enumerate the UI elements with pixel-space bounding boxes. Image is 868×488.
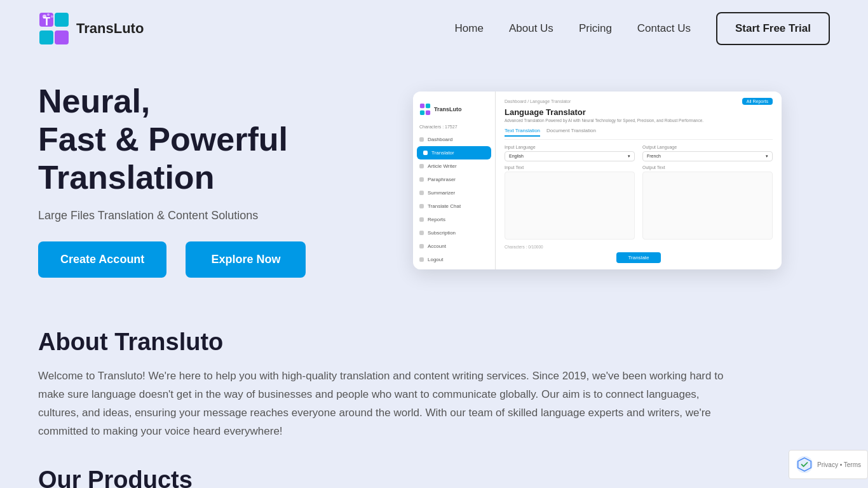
explore-now-button[interactable]: Explore Now: [186, 241, 306, 278]
nav-links: Home About Us Pricing Contact Us Start F…: [455, 12, 830, 45]
svg-rect-2: [39, 30, 53, 44]
hero-buttons: Create Account Explore Now: [38, 241, 388, 278]
app-page-title: Language Translator: [505, 107, 773, 117]
app-sidebar-logout[interactable]: Logout: [413, 253, 495, 266]
app-input-textarea[interactable]: [505, 172, 635, 240]
app-reports-button[interactable]: All Reports: [742, 98, 773, 105]
app-text-row: Input Text Output Text: [505, 165, 773, 240]
svg-rect-1: [55, 13, 69, 27]
app-translate-button[interactable]: Translate: [616, 252, 660, 263]
app-sidebar-translator[interactable]: Translator: [417, 146, 491, 159]
app-screenshot: TransLuto Characters : 17527 Dashboard T…: [413, 92, 782, 269]
recaptcha-text: Privacy • Terms: [817, 461, 861, 468]
app-output-textarea: [642, 172, 773, 240]
svg-rect-9: [426, 104, 430, 108]
app-sidebar-account[interactable]: Account: [413, 240, 495, 253]
start-free-trial-button[interactable]: Start Free Trial: [716, 12, 830, 45]
logo-icon: T: [38, 11, 70, 46]
app-tabs: Text Translation Document Translation: [505, 128, 773, 140]
app-logo-icon: [419, 103, 431, 116]
app-sidebar-paraphrase[interactable]: Paraphraser: [413, 173, 495, 186]
app-sidebar-chat[interactable]: Translate Chat: [413, 200, 495, 213]
app-output-text-col: Output Text: [642, 165, 773, 240]
svg-rect-8: [420, 104, 424, 108]
about-section: About Transluto Welcome to Transluto! We…: [0, 316, 868, 460]
app-sidebar-subscription[interactable]: Subscription: [413, 226, 495, 240]
app-sidebar: TransLuto Characters : 17527 Dashboard T…: [413, 92, 496, 269]
app-input-text-label: Input Text: [505, 165, 635, 170]
app-char-count: Characters : 0/10000: [505, 245, 773, 249]
recaptcha-icon: [796, 456, 813, 473]
about-title: About Transluto: [38, 329, 830, 356]
app-input-lang-select[interactable]: English▾: [505, 151, 635, 161]
app-input-lang-label: Input Language: [505, 145, 635, 149]
app-output-text-label: Output Text: [642, 165, 773, 170]
navbar: T TransLuto Home About Us Pricing Contac…: [0, 0, 868, 57]
svg-point-7: [51, 15, 53, 18]
app-char-info: Characters : 17527: [413, 123, 495, 133]
app-sidebar-summarizer[interactable]: Summarizer: [413, 186, 495, 200]
app-breadcrumb-row: Dashboard / Language Translator All Repo…: [505, 98, 773, 105]
app-sidebar-article[interactable]: Article Writer: [413, 159, 495, 173]
app-output-lang: Output Language French▾: [642, 145, 773, 161]
app-brand: TransLuto: [434, 106, 462, 112]
hero-text: Neural, Fast & Powerful Translation Larg…: [38, 83, 388, 278]
app-lang-row: Input Language English▾ Output Language …: [505, 145, 773, 161]
logo[interactable]: T TransLuto: [38, 11, 144, 46]
products-title: Our Products: [38, 466, 830, 488]
app-tab-doc[interactable]: Document Translation: [546, 128, 596, 137]
nav-about[interactable]: About Us: [509, 22, 553, 35]
svg-rect-10: [420, 110, 424, 114]
svg-rect-11: [426, 110, 430, 114]
svg-rect-3: [55, 30, 69, 44]
app-input-text-col: Input Text: [505, 165, 635, 240]
app-input-lang: Input Language English▾: [505, 145, 635, 161]
nav-pricing[interactable]: Pricing: [579, 22, 612, 35]
app-tab-text[interactable]: Text Translation: [505, 128, 540, 137]
create-account-button[interactable]: Create Account: [38, 241, 166, 278]
brand-name: TransLuto: [76, 20, 144, 37]
app-sidebar-reports[interactable]: Reports: [413, 213, 495, 226]
app-output-lang-select[interactable]: French▾: [642, 151, 773, 161]
app-sidebar-dashboard[interactable]: Dashboard: [413, 133, 495, 146]
app-page-desc: Advanced Translation Powered by AI with …: [505, 118, 773, 123]
app-logo: TransLuto: [413, 98, 495, 121]
app-main: Dashboard / Language Translator All Repo…: [496, 92, 782, 269]
svg-point-6: [47, 13, 50, 16]
nav-home[interactable]: Home: [455, 22, 484, 35]
app-breadcrumb: Dashboard / Language Translator: [505, 99, 571, 104]
app-output-lang-label: Output Language: [642, 145, 773, 149]
svg-point-12: [796, 456, 813, 473]
hero-title: Neural, Fast & Powerful Translation: [38, 83, 388, 196]
hero-section: Neural, Fast & Powerful Translation Larg…: [0, 57, 868, 316]
svg-point-5: [43, 15, 46, 18]
hero-subtitle: Large Files Translation & Content Soluti…: [38, 209, 388, 222]
products-section: Our Products: [0, 460, 868, 488]
about-text: Welcome to Transluto! We're here to help…: [38, 367, 737, 441]
nav-contact[interactable]: Contact Us: [637, 22, 691, 35]
recaptcha-badge: Privacy • Terms: [789, 450, 868, 479]
